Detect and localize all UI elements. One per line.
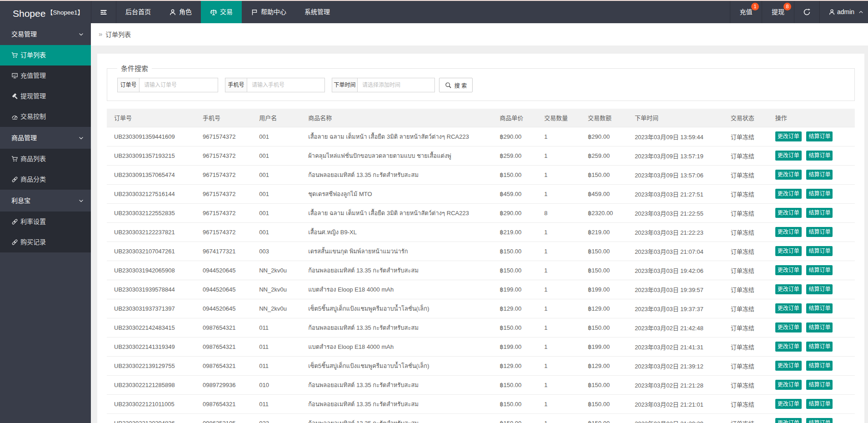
cell-unit-price: ฿290.00 (492, 203, 537, 222)
settle-order-button[interactable]: 结算订单 (806, 265, 833, 275)
settle-order-button[interactable]: 结算订单 (806, 131, 833, 141)
topnav-item-help[interactable]: 帮助中心 (242, 1, 295, 23)
sidebar-collapse-button[interactable] (91, 1, 116, 23)
settle-order-button[interactable]: 结算订单 (806, 361, 833, 371)
modify-order-button[interactable]: 更改订单 (775, 342, 802, 352)
modify-order-button[interactable]: 更改订单 (775, 361, 802, 371)
topnav-item-trade[interactable]: 交易 (201, 1, 242, 23)
cell-quantity: 1 (537, 394, 581, 413)
cell-actions: 更改订单 结算订单 (768, 280, 855, 299)
topnav-item-system[interactable]: 系统管理 (295, 1, 339, 23)
sidebar-item-withdraw-manage[interactable]: 提现管理 (0, 86, 91, 106)
table-row: UB2303032122552835 9671574372 001 เสื้อล… (107, 203, 855, 222)
search-button[interactable]: 搜 索 (439, 78, 473, 92)
order-time-label: 下单时间 (332, 78, 358, 92)
sidebar-item-purchase-record[interactable]: 购买记录 (0, 232, 91, 252)
cell-actions: 更改订单 结算订单 (768, 203, 855, 222)
settle-order-button[interactable]: 结算订单 (806, 170, 833, 180)
cell-amount: ฿2320.00 (581, 203, 628, 222)
settle-order-button[interactable]: 结算订单 (806, 303, 833, 313)
modify-order-button[interactable]: 更改订单 (775, 399, 802, 409)
cell-status: 订单冻结 (723, 318, 768, 337)
link-icon (11, 218, 18, 225)
sidebar-item-order-list[interactable]: 订单列表 (0, 45, 91, 65)
modify-order-button[interactable]: 更改订单 (775, 208, 802, 218)
order-time-input[interactable] (358, 78, 435, 92)
modify-order-button[interactable]: 更改订单 (775, 418, 802, 423)
orders-table-wrap: 订单号 手机号 用户名 商品名称 商品单价 交易数量 交易数额 下单时间 交易状… (107, 109, 855, 423)
topnav-item-home[interactable]: 后台首页 (116, 1, 160, 23)
sidebar-group-title-trade[interactable]: 交易管理 (0, 23, 91, 45)
modify-order-button[interactable]: 更改订单 (775, 380, 802, 390)
settle-order-button[interactable]: 结算订单 (806, 322, 833, 332)
cell-product-name: ก้อนพลอยอเมทิสต์ 13.35 กะรัตสำหรับสะสม (301, 413, 492, 423)
sidebar-item-rate-setting[interactable]: 利率设置 (0, 212, 91, 232)
cell-order-time: 2023年03月02日 21:41:31 (628, 337, 723, 356)
modify-order-button[interactable]: 更改订单 (775, 151, 802, 161)
modify-order-button[interactable]: 更改订单 (775, 284, 802, 294)
settle-order-button[interactable]: 结算订单 (806, 284, 833, 294)
page-title: 订单列表 (105, 30, 131, 39)
settle-order-button[interactable]: 结算订单 (806, 189, 833, 199)
cell-status: 订单冻结 (723, 413, 768, 423)
settle-order-button[interactable]: 结算订单 (806, 227, 833, 237)
sidebar-group-title-interest[interactable]: 利息宝 (0, 190, 91, 212)
cell-phone: 0944520645 (195, 261, 252, 280)
cell-amount: ฿129.00 (581, 299, 628, 318)
cell-order-no: UB2303091357193215 (107, 146, 195, 165)
cell-status: 订单冻结 (723, 337, 768, 356)
refresh-button[interactable] (794, 1, 819, 23)
modify-order-button[interactable]: 更改订单 (775, 303, 802, 313)
modify-order-button[interactable]: 更改订单 (775, 170, 802, 180)
phone-input[interactable] (247, 78, 325, 92)
cell-phone: 9671574372 (195, 127, 252, 146)
sidebar-item-goods-category[interactable]: 商品分类 (0, 169, 91, 190)
cell-unit-price: ฿199.00 (492, 337, 537, 356)
settle-order-button[interactable]: 结算订单 (806, 418, 833, 423)
cart-icon (11, 52, 18, 59)
modify-order-button[interactable]: 更改订单 (775, 189, 802, 199)
username: admin (837, 1, 854, 23)
settle-order-button[interactable]: 结算订单 (806, 380, 833, 390)
search-panel: 条件搜索 订单号 手机号 下单时间 搜 索 (107, 68, 855, 101)
cell-amount: ฿150.00 (581, 394, 628, 413)
modify-order-button[interactable]: 更改订单 (775, 322, 802, 332)
sidebar-item-trade-control[interactable]: 交易控制 (0, 106, 91, 127)
cell-username: 001 (252, 184, 301, 203)
sidebar-group-title-goods[interactable]: 商品管理 (0, 127, 91, 149)
user-menu[interactable]: admin (819, 1, 868, 23)
flag-icon (251, 9, 258, 16)
cell-unit-price: ฿150.00 (492, 242, 537, 261)
cell-order-time: 2023年03月02日 21:42:48 (628, 318, 723, 337)
cell-username: NN_2kv0u (252, 280, 301, 299)
settle-order-button[interactable]: 结算订单 (806, 342, 833, 352)
cell-unit-price: ฿150.00 (492, 375, 537, 394)
cell-phone: 9671574372 (195, 222, 252, 242)
settle-order-button[interactable]: 结算订单 (806, 151, 833, 161)
sidebar-item-goods-list[interactable]: 商品列表 (0, 149, 91, 169)
chevron-down-icon (78, 31, 84, 37)
sidebar-item-recharge-manage[interactable]: 充值管理 (0, 65, 91, 86)
cell-phone: 9671574372 (195, 146, 252, 165)
top-quick-menu: 充值 1 提现 8 admin (730, 1, 868, 23)
topnav-item-role[interactable]: 角色 (160, 1, 201, 23)
modify-order-button[interactable]: 更改订单 (775, 246, 802, 256)
settle-order-button[interactable]: 结算订单 (806, 399, 833, 409)
cell-quantity: 1 (537, 165, 581, 184)
order-no-input[interactable] (140, 78, 218, 92)
cell-username: 003 (252, 242, 301, 261)
cell-phone: 0989729936 (195, 375, 252, 394)
col-order-no: 订单号 (107, 109, 195, 127)
modify-order-button[interactable]: 更改订单 (775, 227, 802, 237)
settle-order-button[interactable]: 结算订单 (806, 208, 833, 218)
settle-order-button[interactable]: 结算订单 (806, 246, 833, 256)
brand-logo: Shopee 【Shopee1】 (0, 1, 91, 23)
modify-order-button[interactable]: 更改订单 (775, 131, 802, 141)
cell-phone: 9671574372 (195, 184, 252, 203)
cell-quantity: 1 (537, 184, 581, 203)
modify-order-button[interactable]: 更改订单 (775, 265, 802, 275)
cell-quantity: 1 (537, 127, 581, 146)
recharge-button[interactable]: 充值 1 (730, 1, 762, 23)
table-row: UB2303091357065474 9671574372 001 ก้อนพล… (107, 165, 855, 184)
withdraw-button[interactable]: 提现 8 (762, 1, 794, 23)
